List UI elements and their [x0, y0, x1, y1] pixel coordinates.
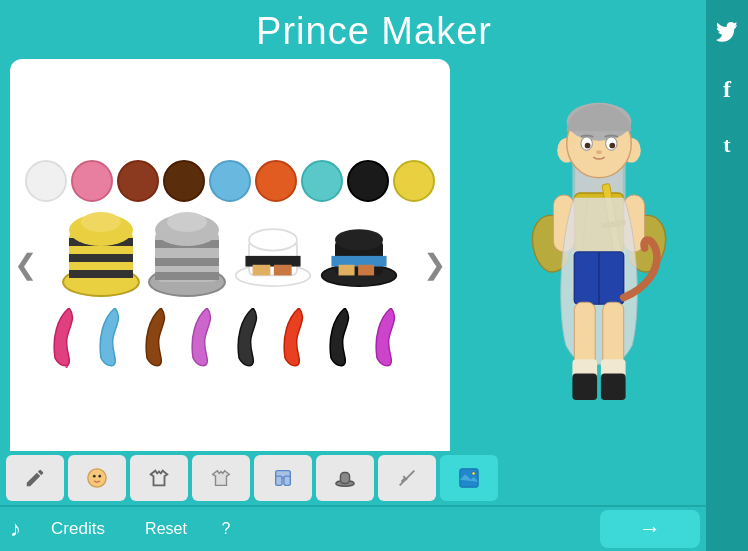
nav-arrow-left[interactable]: ❮ — [14, 248, 37, 281]
next-button[interactable]: → — [600, 510, 700, 548]
svg-rect-17 — [253, 265, 271, 276]
item-grid — [10, 146, 450, 382]
color-light-blue[interactable] — [209, 160, 251, 202]
facebook-button[interactable]: f — [706, 64, 748, 114]
tail-black[interactable] — [231, 308, 275, 368]
svg-point-25 — [335, 229, 383, 250]
svg-rect-57 — [284, 476, 290, 485]
tail-blue[interactable] — [93, 308, 137, 368]
svg-rect-11 — [155, 272, 219, 280]
hat-items-row — [61, 210, 399, 300]
color-brown[interactable] — [163, 160, 205, 202]
hat-gray-beanie[interactable] — [147, 210, 227, 300]
color-white[interactable] — [25, 160, 67, 202]
svg-rect-10 — [155, 258, 219, 266]
tool-shirt-button[interactable] — [192, 455, 250, 501]
tool-hat-button[interactable] — [316, 455, 374, 501]
tail-brown[interactable] — [139, 308, 183, 368]
tail-pink[interactable] — [47, 308, 91, 368]
svg-point-19 — [249, 229, 297, 250]
hat-adventure[interactable] — [233, 220, 313, 290]
app-title: Prince Maker — [0, 10, 748, 53]
tool-buttons-row — [0, 451, 706, 505]
svg-point-64 — [472, 472, 476, 476]
reset-button[interactable]: Reset — [131, 510, 201, 548]
svg-rect-59 — [340, 473, 349, 484]
character-area — [450, 59, 748, 479]
color-dark-brown[interactable] — [117, 160, 159, 202]
svg-point-52 — [88, 469, 106, 487]
tool-top-button[interactable] — [130, 455, 188, 501]
color-black[interactable] — [347, 160, 389, 202]
svg-rect-18 — [274, 265, 292, 276]
music-note-icon[interactable]: ♪ — [6, 516, 25, 542]
svg-point-13 — [167, 212, 207, 232]
svg-rect-24 — [358, 265, 374, 276]
bottom-toolbar: ♪ Credits Reset ? → — [0, 451, 706, 551]
action-bar: ♪ Credits Reset ? → — [0, 505, 706, 551]
hat-dark[interactable] — [319, 220, 399, 290]
title-bar: Prince Maker — [0, 0, 748, 59]
svg-rect-51 — [601, 374, 626, 401]
main-content: ❮ — [0, 59, 748, 479]
tool-face-button[interactable] — [68, 455, 126, 501]
tail-orange[interactable] — [277, 308, 321, 368]
tool-weapon-button[interactable] — [378, 455, 436, 501]
help-button[interactable]: ? — [209, 510, 243, 548]
svg-rect-4 — [69, 270, 133, 278]
tail-pink2[interactable] — [369, 308, 413, 368]
svg-point-36 — [596, 150, 602, 154]
svg-point-6 — [81, 212, 121, 232]
tail-purple[interactable] — [185, 308, 229, 368]
color-pink[interactable] — [71, 160, 113, 202]
svg-line-60 — [400, 471, 415, 486]
color-teal[interactable] — [301, 160, 343, 202]
color-orange[interactable] — [255, 160, 297, 202]
twitter-button[interactable] — [706, 8, 748, 58]
tail-items-row — [47, 308, 413, 368]
item-panel: ❮ — [10, 59, 450, 469]
tool-background-button[interactable] — [440, 455, 498, 501]
svg-rect-50 — [572, 374, 597, 401]
color-yellow[interactable] — [393, 160, 435, 202]
social-sidebar: f t — [706, 0, 748, 551]
svg-rect-23 — [339, 265, 355, 276]
hat-striped-beanie[interactable] — [61, 210, 141, 300]
svg-point-54 — [98, 475, 101, 478]
credits-button[interactable]: Credits — [33, 510, 123, 548]
tool-bottoms-button[interactable] — [254, 455, 312, 501]
svg-rect-56 — [276, 476, 282, 485]
svg-point-35 — [609, 143, 615, 149]
tumblr-button[interactable]: t — [706, 120, 748, 170]
svg-point-34 — [585, 143, 591, 149]
nav-arrow-right[interactable]: ❯ — [423, 248, 446, 281]
tool-skin-button[interactable] — [6, 455, 64, 501]
svg-point-53 — [93, 475, 96, 478]
color-circles-row — [25, 160, 435, 202]
character-preview — [489, 79, 709, 459]
tail-dark[interactable] — [323, 308, 367, 368]
svg-rect-3 — [69, 254, 133, 262]
